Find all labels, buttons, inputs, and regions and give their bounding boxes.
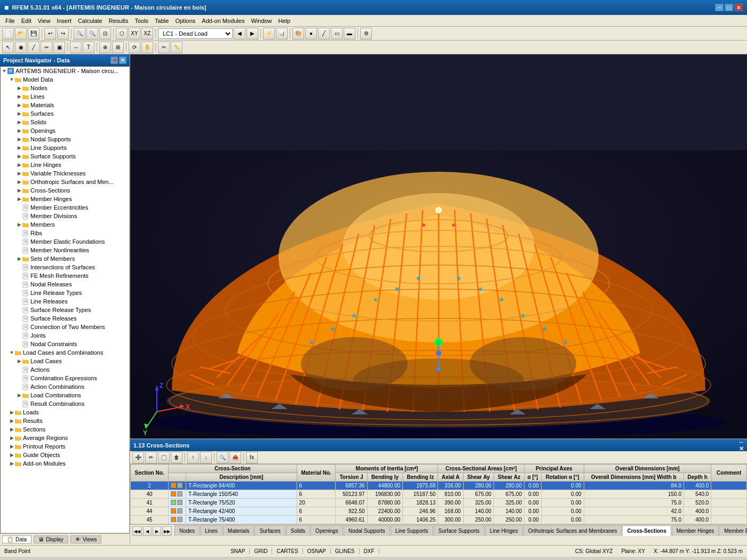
tree-item[interactable]: ▶Orthotropic Surfaces and Men... xyxy=(1,178,129,186)
table-tab-nodes[interactable]: Nodes xyxy=(174,525,200,536)
next-lc-button[interactable]: ▶ xyxy=(247,28,258,39)
tree-item[interactable]: Nodal Releases xyxy=(1,280,129,289)
tree-item[interactable]: ▶Openings xyxy=(1,126,129,135)
bt-export[interactable]: 📤 xyxy=(229,452,241,463)
tree-item[interactable]: ▶Load Cases xyxy=(1,357,129,365)
node-button[interactable]: ◉ xyxy=(15,42,27,53)
view-3d-button[interactable]: ⬡ xyxy=(116,28,128,39)
render-button[interactable]: 🎨 xyxy=(292,28,304,39)
line-button[interactable]: ╱ xyxy=(28,42,39,53)
tree-item[interactable]: Action Combinations xyxy=(1,382,129,391)
menu-item-view[interactable]: View xyxy=(35,17,54,25)
tree-item[interactable]: ▶Materials xyxy=(1,101,129,109)
zoom-in-button[interactable]: 🔍 xyxy=(74,28,85,39)
tree-item[interactable]: Line Releases xyxy=(1,297,129,306)
nav-tab-data[interactable]: 📋 Data xyxy=(2,535,31,543)
table-tab-member-hinges[interactable]: Member Hinges xyxy=(672,525,719,536)
tree-item[interactable]: ▶Nodes xyxy=(1,84,129,92)
save-button[interactable]: 💾 xyxy=(28,28,39,39)
table-row[interactable]: 45T-Rectangle 75/40064960.6140000.001406… xyxy=(131,516,747,524)
tab-nav-button[interactable]: ◀ xyxy=(143,526,152,536)
open-button[interactable]: 📂 xyxy=(15,28,27,39)
tree-item[interactable]: Joints xyxy=(1,331,129,340)
bt-formula[interactable]: fx xyxy=(246,452,258,463)
tree-item[interactable]: ▶Line Supports xyxy=(1,143,129,152)
tree-item[interactable]: ▶Load Combinations xyxy=(1,391,129,399)
tree-item[interactable]: ▶Member Hinges xyxy=(1,195,129,203)
close-button[interactable]: ✕ xyxy=(734,4,743,11)
menu-item-calculate[interactable]: Calculate xyxy=(75,17,106,25)
snap-button[interactable]: ⊕ xyxy=(99,42,111,53)
status-indicator-glines[interactable]: GLINES xyxy=(331,548,360,554)
status-indicator-snap[interactable]: SNAP xyxy=(226,548,250,554)
tree-item[interactable]: ▶Cross-Sections xyxy=(1,186,129,195)
new-button[interactable]: 📄 xyxy=(2,28,14,39)
table-tab-orthotropic-surfaces-and-membranes[interactable]: Orthotropic Surfaces and Membranes xyxy=(523,525,622,536)
view-xy-button[interactable]: XY xyxy=(129,28,140,39)
table-tab-line-hinges[interactable]: Line Hinges xyxy=(485,525,523,536)
select-button[interactable]: ↖ xyxy=(2,42,14,53)
menu-item-insert[interactable]: Insert xyxy=(53,17,75,25)
status-indicator-dxf[interactable]: DXF xyxy=(360,548,379,554)
lines-button[interactable]: ╱ xyxy=(318,28,330,39)
tree-item[interactable]: Nodal Constraints xyxy=(1,340,129,348)
menu-item-options[interactable]: Options xyxy=(172,17,198,25)
measure-button[interactable]: 📏 xyxy=(171,42,182,53)
nav-close-button[interactable]: ✕ xyxy=(119,57,126,64)
tree-item[interactable]: ▶Printout Reports xyxy=(1,442,129,451)
nav-tab-display[interactable]: 🖥 Display xyxy=(34,535,68,543)
tree-item[interactable]: ▶Add-on Modules xyxy=(1,459,129,468)
table-tab-lines[interactable]: Lines xyxy=(200,525,222,536)
member-button[interactable]: ═ xyxy=(41,42,52,53)
tree-item[interactable]: Ribs xyxy=(1,229,129,237)
status-indicator-cartes[interactable]: CARTES xyxy=(272,548,303,554)
nav-tab-views[interactable]: 👁 Views xyxy=(70,535,102,543)
tree-item[interactable]: FE Mesh Refinements xyxy=(1,271,129,280)
tree-item[interactable]: Result Combinations xyxy=(1,399,129,408)
table-row[interactable]: 2T-Rectangle 84/40066857.3644800.001975.… xyxy=(131,482,747,490)
bt-down[interactable]: ↓ xyxy=(200,452,212,463)
tree-item[interactable]: Connection of Two Members xyxy=(1,323,129,331)
tree-item[interactable]: Member Nonlinearities xyxy=(1,246,129,254)
tab-nav-button[interactable]: ▶ xyxy=(153,526,161,536)
table-row[interactable]: 41T-Rectangle 75/520206648.0787880.00182… xyxy=(131,499,747,507)
menu-item-help[interactable]: Help xyxy=(275,17,294,25)
results-button[interactable]: 📊 xyxy=(276,28,288,39)
tree-item[interactable]: Line Release Types xyxy=(1,289,129,297)
tree-item[interactable]: ▶Members xyxy=(1,220,129,229)
table-tab-solids[interactable]: Solids xyxy=(286,525,310,536)
section-cut-button[interactable]: ✂ xyxy=(158,42,170,53)
tree-item[interactable]: Intersections of Surfaces xyxy=(1,263,129,271)
members-button[interactable]: ▬ xyxy=(344,28,355,39)
redo-button[interactable]: ↪ xyxy=(57,28,69,39)
tree-item[interactable]: ▶Nodal Supports xyxy=(1,135,129,143)
nav-pin-button[interactable]: 📌 xyxy=(110,57,118,64)
calculate-button[interactable]: ⚡ xyxy=(263,28,275,39)
nodes-button[interactable]: ● xyxy=(305,28,317,39)
rotate-button[interactable]: ⟳ xyxy=(129,42,140,53)
table-tab-line-supports[interactable]: Line Supports xyxy=(391,525,433,536)
tree-item[interactable]: ▶Sections xyxy=(1,425,129,434)
tree-item[interactable]: ▼Load Cases and Combinations xyxy=(1,348,129,357)
table-row[interactable]: 40T-Rectangle 150/540650123.97196830.001… xyxy=(131,490,747,499)
tree-item[interactable]: ▼Model Data xyxy=(1,75,129,84)
bottom-panel-close[interactable]: ✕ xyxy=(739,445,744,452)
tree-item[interactable]: ▶Surfaces xyxy=(1,109,129,118)
tree-item[interactable]: Member Divisions xyxy=(1,212,129,220)
zoom-out-button[interactable]: 🔍 xyxy=(86,28,98,39)
tree-item[interactable]: Member Eccentricities xyxy=(1,203,129,212)
dimension-button[interactable]: ↔ xyxy=(70,42,82,53)
zoom-fit-button[interactable]: ⊡ xyxy=(99,28,111,39)
bottom-panel-min[interactable]: ─ xyxy=(739,439,744,445)
bt-delete[interactable]: 🗑 xyxy=(171,452,182,463)
bt-filter[interactable]: 🔍 xyxy=(217,452,228,463)
table-tab-nodal-supports[interactable]: Nodal Supports xyxy=(344,525,390,536)
grid-button[interactable]: ⊞ xyxy=(112,42,124,53)
tree-item[interactable]: ▶Loads xyxy=(1,408,129,417)
tree-item[interactable]: ▶Average Regions xyxy=(1,434,129,442)
tree-item[interactable]: ▼RARTEMIS INGENIEUR - Maison circu... xyxy=(1,67,129,75)
menu-item-table[interactable]: Table xyxy=(152,17,172,25)
maximize-button[interactable]: □ xyxy=(725,4,733,11)
bt-new[interactable]: ➕ xyxy=(132,452,144,463)
table-tab-surfaces[interactable]: Surfaces xyxy=(255,525,285,536)
